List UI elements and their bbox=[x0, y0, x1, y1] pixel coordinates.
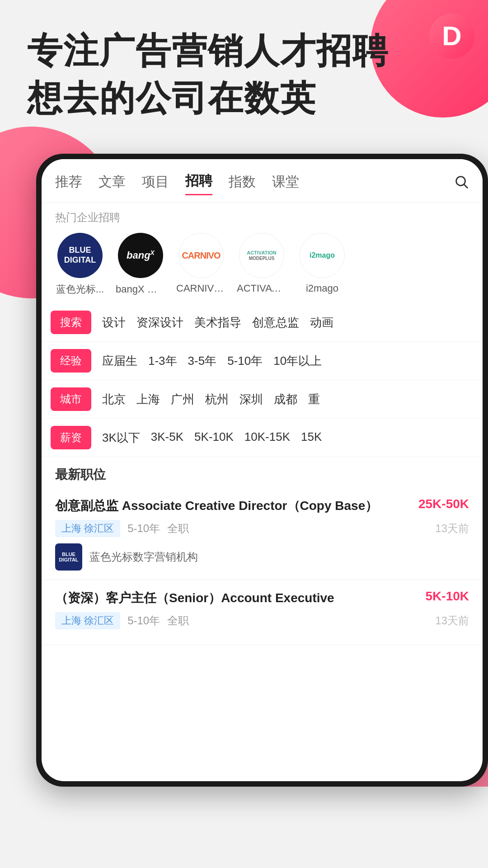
filter-option-fresh[interactable]: 应届生 bbox=[102, 353, 137, 369]
job-card-1[interactable]: 创意副总监 Associate Creative Director（Copy B… bbox=[42, 488, 483, 580]
company-row-1: BLUEDIGITAL 蓝色光标数字营销机构 bbox=[55, 543, 469, 571]
filter-option-10plus[interactable]: 10年以上 bbox=[273, 353, 322, 369]
filter-options-salary: 3K以下 3K-5K 5K-10K 10K-15K 15K bbox=[102, 430, 322, 446]
job-experience-1: 5-10年 bbox=[127, 521, 160, 536]
filter-option-shanghai[interactable]: 上海 bbox=[136, 392, 160, 407]
bottom-area bbox=[0, 787, 488, 868]
filter-row-salary: 薪资 3K以下 3K-5K 5K-10K 10K-15K 15K bbox=[42, 419, 483, 457]
company-logo-carnivo: CARNIVO bbox=[178, 233, 224, 278]
latest-jobs-label: 最新职位 bbox=[42, 457, 483, 488]
company-name-activation: ACTIVATIO... bbox=[237, 283, 286, 294]
filter-option-cd[interactable]: 创意总监 bbox=[252, 315, 299, 330]
job-title-2: （资深）客户主任（Senior）Account Executive bbox=[55, 589, 418, 607]
logo-letter: D bbox=[442, 23, 461, 50]
tab-index[interactable]: 指数 bbox=[229, 173, 256, 195]
job-card-2[interactable]: （资深）客户主任（Senior）Account Executive 5K-10K… bbox=[42, 580, 483, 645]
header-section: 专注广告营销人才招聘 想去的公司在数英 bbox=[27, 27, 416, 123]
job-title-1: 创意副总监 Associate Creative Director（Copy B… bbox=[55, 497, 411, 514]
filter-row-experience: 经验 应届生 1-3年 3-5年 5-10年 10年以上 bbox=[42, 342, 483, 380]
job-salary-1: 25K-50K bbox=[418, 497, 469, 511]
filter-option-shenzhen[interactable]: 深圳 bbox=[239, 392, 263, 407]
filter-option-15k-plus[interactable]: 15K bbox=[301, 430, 322, 446]
job-type-2: 全职 bbox=[167, 613, 189, 628]
filter-tag-salary[interactable]: 薪资 bbox=[51, 426, 91, 449]
headline: 专注广告营销人才招聘 想去的公司在数英 bbox=[27, 27, 416, 123]
filter-option-3-5[interactable]: 3-5年 bbox=[188, 353, 217, 369]
filter-option-chengdu[interactable]: 成都 bbox=[274, 392, 297, 407]
filter-option-5k-10k[interactable]: 5K-10K bbox=[194, 430, 234, 446]
companies-row: BLUEDIGITAL 蓝色光标... bangX bangX 上海 CARNI… bbox=[42, 229, 483, 303]
headline-line2: 想去的公司在数英 bbox=[27, 78, 316, 118]
company-logo-bangx: bangX bbox=[118, 233, 163, 278]
filter-option-design[interactable]: 设计 bbox=[102, 315, 126, 330]
headline-line1: 专注广告营销人才招聘 bbox=[27, 31, 389, 71]
company-item-imago[interactable]: i2mago i2mago bbox=[297, 233, 347, 296]
svg-line-1 bbox=[464, 184, 468, 188]
filter-option-beijing[interactable]: 北京 bbox=[102, 392, 126, 407]
company-name-blue-digital: 蓝色光标... bbox=[56, 283, 104, 296]
tab-course[interactable]: 课堂 bbox=[272, 173, 299, 195]
job-salary-2: 5K-10K bbox=[426, 589, 469, 604]
filter-options-experience: 应届生 1-3年 3-5年 5-10年 10年以上 bbox=[102, 353, 322, 369]
filter-option-senior-design[interactable]: 资深设计 bbox=[136, 315, 183, 330]
svg-point-0 bbox=[456, 177, 465, 186]
company-logo-blue-digital: BLUEDIGITAL bbox=[57, 233, 103, 278]
app-logo[interactable]: D bbox=[429, 14, 474, 59]
job-meta-row-1: 上海 徐汇区 5-10年 全职 13天前 bbox=[55, 520, 469, 537]
company-name-carnivo: CARNIVO... bbox=[176, 283, 226, 294]
job-location-1: 上海 徐汇区 bbox=[55, 520, 120, 537]
filter-options-search: 设计 资深设计 美术指导 创意总监 动画 bbox=[102, 315, 333, 330]
job-time-1: 13天前 bbox=[435, 521, 469, 536]
tab-jobs[interactable]: 招聘 bbox=[185, 172, 212, 195]
phone-screen: 推荐 文章 项目 招聘 指数 课堂 热门企业招聘 BLUEDIGITAL 蓝色光… bbox=[42, 159, 483, 781]
company-logo-activation: ACTIVATIONMODEPLUS bbox=[239, 233, 284, 278]
job-type-1: 全职 bbox=[167, 521, 189, 536]
company-small-name-1: 蓝色光标数字营销机构 bbox=[89, 550, 198, 564]
job-meta-row-2: 上海 徐汇区 5-10年 全职 13天前 bbox=[55, 612, 469, 629]
filter-option-animation[interactable]: 动画 bbox=[310, 315, 333, 330]
search-icon[interactable] bbox=[454, 174, 469, 193]
tab-project[interactable]: 项目 bbox=[142, 173, 169, 195]
filter-row-city: 城市 北京 上海 广州 杭州 深圳 成都 重 bbox=[42, 380, 483, 419]
tab-article[interactable]: 文章 bbox=[99, 173, 126, 195]
company-item-blue-digital[interactable]: BLUEDIGITAL 蓝色光标... bbox=[55, 233, 105, 296]
job-location-2: 上海 徐汇区 bbox=[55, 612, 120, 629]
phone-mockup: 推荐 文章 项目 招聘 指数 课堂 热门企业招聘 BLUEDIGITAL 蓝色光… bbox=[36, 154, 488, 787]
job-title-row-2: （资深）客户主任（Senior）Account Executive 5K-10K bbox=[55, 589, 469, 607]
filter-section: 搜索 设计 资深设计 美术指导 创意总监 动画 经验 应届生 1-3年 3-5年… bbox=[42, 303, 483, 457]
company-item-activation[interactable]: ACTIVATIONMODEPLUS ACTIVATIO... bbox=[237, 233, 286, 296]
filter-row-search: 搜索 设计 资深设计 美术指导 创意总监 动画 bbox=[42, 303, 483, 342]
filter-option-guangzhou[interactable]: 广州 bbox=[171, 392, 194, 407]
filter-tag-city[interactable]: 城市 bbox=[51, 387, 91, 411]
company-name-bangx: bangX 上海 bbox=[116, 283, 165, 296]
filter-option-art-dir[interactable]: 美术指导 bbox=[194, 315, 241, 330]
company-name-imago: i2mago bbox=[306, 283, 338, 294]
company-small-logo-1: BLUEDIGITAL bbox=[55, 543, 82, 571]
filter-option-10k-15k[interactable]: 10K-15K bbox=[244, 430, 290, 446]
filter-option-3k-5k[interactable]: 3K-5K bbox=[151, 430, 183, 446]
hot-companies-label: 热门企业招聘 bbox=[42, 203, 483, 229]
filter-option-hangzhou[interactable]: 杭州 bbox=[205, 392, 229, 407]
job-title-row-1: 创意副总监 Associate Creative Director（Copy B… bbox=[55, 497, 469, 514]
filter-tag-search[interactable]: 搜索 bbox=[51, 311, 91, 334]
company-item-carnivo[interactable]: CARNIVO CARNIVO... bbox=[176, 233, 226, 296]
filter-tag-experience[interactable]: 经验 bbox=[51, 349, 91, 373]
filter-option-5-10[interactable]: 5-10年 bbox=[227, 353, 263, 369]
company-logo-imago: i2mago bbox=[300, 233, 345, 278]
filter-option-other-city[interactable]: 重 bbox=[308, 392, 320, 407]
nav-tabs: 推荐 文章 项目 招聘 指数 课堂 bbox=[42, 159, 483, 203]
job-experience-2: 5-10年 bbox=[127, 613, 160, 628]
job-time-2: 13天前 bbox=[435, 613, 469, 628]
company-item-bangx[interactable]: bangX bangX 上海 bbox=[116, 233, 165, 296]
filter-option-1-3[interactable]: 1-3年 bbox=[148, 353, 177, 369]
filter-options-city: 北京 上海 广州 杭州 深圳 成都 重 bbox=[102, 392, 320, 407]
filter-option-3k-below[interactable]: 3K以下 bbox=[102, 430, 140, 446]
tab-recommend[interactable]: 推荐 bbox=[55, 173, 82, 195]
